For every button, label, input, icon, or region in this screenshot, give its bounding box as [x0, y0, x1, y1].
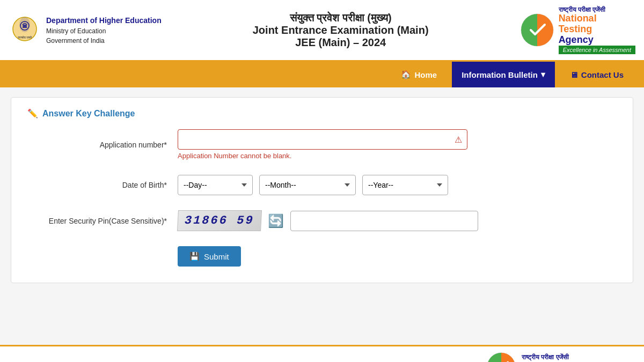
app-number-input-area: ⚠ Application Number cannot be blank.	[178, 129, 617, 160]
captcha-image: 31866 59	[177, 210, 262, 231]
footer-nta-logo-icon	[486, 352, 516, 362]
footer-nta-text: राष्ट्रीय परीक्षा एजेंसी National Testin…	[522, 353, 633, 362]
nta-tagline: Excellence in Assessment	[559, 46, 635, 54]
security-pin-row: Enter Security Pin(Case Sensitive)* 3186…	[27, 210, 617, 231]
main-content: ✏️ Answer Key Challenge Application numb…	[0, 87, 644, 345]
dob-selects: --Day-- --Month-- --Year--	[178, 175, 617, 195]
svg-text:🏛: 🏛	[22, 23, 27, 29]
section-title: ✏️ Answer Key Challenge	[27, 108, 617, 119]
header-center: संयुक्त प्रवेश परीक्षा (मुख्य) Joint Ent…	[162, 12, 520, 49]
dob-label: Date of Birth*	[27, 181, 178, 189]
nta-hindi-text: राष्ट्रीय परीक्षा एजेंसी	[559, 6, 606, 13]
nta-text-block: राष्ट्रीय परीक्षा एजेंसी National Testin…	[559, 6, 635, 54]
govt-name: Government of India	[46, 36, 162, 46]
security-row: 31866 59 🔄	[178, 210, 617, 231]
contact-icon: 🖥	[570, 70, 578, 79]
chevron-down-icon: ▾	[541, 70, 545, 79]
dob-day-select[interactable]: --Day--	[178, 175, 253, 195]
save-icon: 💾	[189, 252, 200, 261]
nta-english-text: National Testing Agency	[559, 13, 597, 45]
security-label: Enter Security Pin(Case Sensitive)*	[27, 217, 178, 225]
edit-icon: ✏️	[27, 108, 38, 119]
exam-year: JEE (Main) – 2024	[162, 36, 520, 49]
submit-row: 💾 Submit	[27, 246, 617, 267]
dept-info: Department of Higher Education Ministry …	[46, 15, 162, 46]
refresh-captcha-icon[interactable]: 🔄	[268, 213, 284, 228]
nav-home[interactable]: 🏠 Home	[391, 62, 447, 87]
dob-input-area: --Day-- --Month-- --Year--	[178, 175, 617, 195]
nav-contact[interactable]: 🖥 Contact Us	[560, 62, 633, 87]
footer-nta-hindi: राष्ट्रीय परीक्षा एजेंसी	[522, 353, 569, 361]
nta-logo-icon	[520, 13, 554, 47]
home-icon: 🏠	[401, 70, 411, 79]
footer-logo: राष्ट्रीय परीक्षा एजेंसी National Testin…	[486, 352, 633, 362]
header-left: 🏛 सत्यमेव जयते Department of Higher Educ…	[9, 14, 162, 46]
dob-year-select[interactable]: --Year--	[362, 175, 448, 195]
dept-name: Department of Higher Education	[46, 15, 162, 26]
app-number-input-wrapper: ⚠	[178, 129, 467, 150]
nav-info-bulletin-label: Information Bulletin	[462, 70, 538, 79]
app-number-label: Application number*	[27, 141, 178, 149]
india-emblem-icon: 🏛 सत्यमेव जयते	[9, 14, 41, 46]
header: 🏛 सत्यमेव जयते Department of Higher Educ…	[0, 0, 644, 62]
form-card: ✏️ Answer Key Challenge Application numb…	[11, 97, 633, 283]
app-number-input[interactable]	[178, 129, 467, 150]
nav-home-label: Home	[414, 70, 437, 79]
footer: राष्ट्रीय परीक्षा एजेंसी National Testin…	[0, 345, 644, 362]
dob-row: Date of Birth* --Day-- --Month-- --Year-…	[27, 175, 617, 195]
english-exam-title: Joint Entrance Examination (Main)	[162, 24, 520, 36]
security-input-area: 31866 59 🔄	[178, 210, 617, 231]
navbar: 🏠 Home Information Bulletin ▾ 🖥 Contact …	[0, 62, 644, 87]
app-number-row: Application number* ⚠ Application Number…	[27, 129, 617, 160]
svg-text:सत्यमेव जयते: सत्यमेव जयते	[17, 35, 33, 39]
nav-info-bulletin[interactable]: Information Bulletin ▾	[452, 62, 555, 87]
header-right: राष्ट्रीय परीक्षा एजेंसी National Testin…	[520, 6, 635, 54]
ministry-name: Ministry of Education	[46, 26, 162, 36]
hindi-exam-title: संयुक्त प्रवेश परीक्षा (मुख्य)	[162, 12, 520, 24]
app-number-error: Application Number cannot be blank.	[178, 152, 617, 160]
security-pin-input[interactable]	[290, 211, 478, 231]
dob-month-select[interactable]: --Month--	[259, 175, 356, 195]
nav-contact-label: Contact Us	[581, 70, 624, 79]
error-icon: ⚠	[455, 135, 462, 145]
submit-label: Submit	[204, 252, 229, 261]
submit-button[interactable]: 💾 Submit	[178, 246, 241, 267]
